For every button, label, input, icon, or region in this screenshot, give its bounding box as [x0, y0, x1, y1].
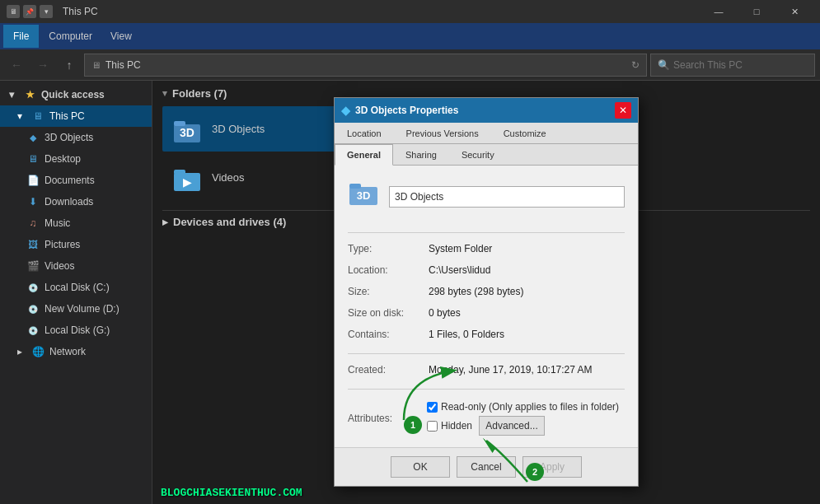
hidden-label: Hidden: [441, 420, 472, 432]
folder-videos-name: Videos: [212, 171, 245, 184]
title-bar-icons: 🖥 📌 ▾: [7, 5, 53, 18]
sidebar-pictures-label: Pictures: [45, 239, 80, 250]
tab-security[interactable]: Security: [449, 144, 507, 165]
sidebar-item-local-disk-c[interactable]: 💿 Local Disk (C:): [0, 277, 152, 298]
sidebar-quick-access-label: Quick access: [41, 89, 105, 100]
dialog-titlebar: ◆ 3D Objects Properties ✕: [335, 98, 638, 123]
tab-customize[interactable]: Customize: [491, 123, 559, 143]
title-bar: 🖥 📌 ▾ This PC — □ ✕: [0, 0, 820, 23]
window-title: This PC: [63, 6, 98, 17]
forward-button[interactable]: →: [31, 54, 54, 77]
address-bar[interactable]: 🖥 This PC ↻: [84, 54, 647, 77]
tab-general[interactable]: General: [335, 144, 393, 166]
dialog-folder-icon: 3D: [348, 177, 379, 216]
apply-button[interactable]: Apply: [522, 456, 582, 478]
chevron-network: ▸: [13, 345, 26, 358]
close-button[interactable]: ✕: [775, 0, 813, 23]
minimize-button[interactable]: —: [700, 0, 738, 23]
search-input[interactable]: [673, 59, 808, 71]
sidebar-item-network[interactable]: ▸ 🌐 Network: [0, 341, 152, 362]
ok-button[interactable]: OK: [391, 456, 450, 478]
sidebar-item-quick-access[interactable]: ▾ ★ Quick access: [0, 84, 152, 105]
folder-videos-icon: ▶: [171, 161, 204, 194]
prop-size-on-disk-row: Size on disk: 0 bytes: [348, 307, 625, 322]
contains-label: Contains:: [348, 329, 422, 340]
readonly-checkbox[interactable]: [427, 402, 438, 413]
address-bar-path: This PC: [105, 59, 141, 71]
size-label: Size:: [348, 286, 422, 297]
back-button[interactable]: ←: [5, 54, 28, 77]
folder-name-input[interactable]: [389, 186, 625, 208]
created-label: Created:: [348, 364, 422, 376]
window-controls: — □ ✕: [700, 0, 813, 23]
sidebar-item-documents[interactable]: 📄 Documents: [0, 170, 152, 191]
watermark-text: BLOGCHIASEKIENTHUC.COM: [161, 487, 302, 499]
folder-3d-objects-name: 3D Objects: [212, 123, 265, 135]
dialog-separator-1: [348, 232, 625, 233]
sidebar-item-new-volume-d[interactable]: 💿 New Volume (D:): [0, 298, 152, 320]
devices-chevron: ▸: [162, 216, 168, 228]
devices-section-title: Devices and drives (4): [173, 216, 286, 228]
readonly-label: Read-only (Only applies to files in fold…: [441, 401, 619, 413]
cancel-button[interactable]: Cancel: [457, 456, 516, 478]
star-icon: ★: [23, 88, 36, 101]
refresh-button[interactable]: ↻: [631, 59, 640, 71]
tab-location[interactable]: Location: [335, 123, 394, 143]
maximize-button[interactable]: □: [738, 0, 775, 23]
sidebar-documents-label: Documents: [45, 175, 95, 186]
svg-text:3D: 3D: [180, 126, 194, 139]
sidebar-item-pictures[interactable]: 🖼 Pictures: [0, 234, 152, 255]
sidebar-3d-objects-label: 3D Objects: [45, 132, 93, 143]
sidebar-item-desktop[interactable]: 🖥 Desktop: [0, 148, 152, 170]
sidebar-item-videos[interactable]: 🎬 Videos: [0, 255, 152, 277]
address-bar-icon: 🖥: [91, 60, 101, 70]
svg-rect-10: [349, 184, 361, 189]
sidebar-item-this-pc[interactable]: ▾ 🖥 This PC: [0, 105, 152, 127]
sidebar-network-label: Network: [49, 346, 86, 357]
prop-size-row: Size: 298 bytes (298 bytes): [348, 286, 625, 301]
tab-sharing[interactable]: Sharing: [393, 144, 449, 165]
svg-text:▶: ▶: [183, 175, 192, 189]
dialog-tabs-row2: General Sharing Security: [335, 144, 638, 166]
sidebar-item-downloads[interactable]: ⬇ Downloads: [0, 191, 152, 212]
sidebar-local-disk-g-label: Local Disk (G:): [45, 324, 110, 336]
search-icon: 🔍: [658, 59, 670, 71]
tab-previous-versions[interactable]: Previous Versions: [394, 123, 491, 143]
menu-file[interactable]: File: [3, 25, 39, 48]
quick-access-toolbar-arrow[interactable]: ▾: [40, 5, 53, 18]
search-box[interactable]: 🔍: [650, 54, 815, 77]
disk-d-icon: 💿: [26, 302, 40, 315]
svg-rect-7: [174, 170, 185, 175]
sidebar-videos-label: Videos: [45, 260, 74, 272]
sidebar-item-music[interactable]: ♫ Music: [0, 212, 152, 234]
properties-dialog[interactable]: ◆ 3D Objects Properties ✕ Location Previ…: [334, 97, 639, 487]
prop-location-row: Location: C:\Users\lidud: [348, 264, 625, 279]
menu-view[interactable]: View: [102, 25, 140, 48]
sidebar-music-label: Music: [45, 217, 70, 229]
documents-icon: 📄: [26, 174, 40, 187]
hidden-checkbox[interactable]: [427, 421, 438, 432]
up-button[interactable]: ↑: [58, 54, 81, 77]
attributes-row: Attributes: Read-only (Only applies to f…: [348, 401, 625, 436]
sidebar-item-local-disk-g[interactable]: 💿 Local Disk (G:): [0, 320, 152, 341]
toolbar: ← → ↑ 🖥 This PC ↻ 🔍: [0, 49, 820, 81]
sidebar-this-pc-label: This PC: [49, 110, 85, 122]
dialog-separator-2: [348, 353, 625, 354]
type-label: Type:: [348, 243, 422, 254]
dialog-body: 3D Type: System Folder Location: C:\User…: [335, 166, 638, 447]
readonly-checkbox-wrapper: Read-only (Only applies to files in fold…: [427, 401, 619, 413]
quick-access-toolbar-pin[interactable]: 📌: [23, 5, 36, 18]
menu-computer[interactable]: Computer: [40, 25, 101, 48]
sidebar-item-3d-objects[interactable]: ◆ 3D Objects: [0, 127, 152, 148]
dialog-title-text: 3D Objects Properties: [355, 105, 610, 116]
attributes-label: Attributes:: [348, 413, 422, 424]
sidebar-new-volume-d-label: New Volume (D:): [45, 303, 119, 315]
location-label: Location:: [348, 264, 422, 276]
advanced-button[interactable]: Advanced...: [479, 416, 545, 436]
sidebar-desktop-label: Desktop: [45, 153, 81, 165]
dialog-close-button[interactable]: ✕: [615, 102, 631, 119]
folder-3d-icon: 3D: [171, 113, 204, 146]
contains-value: 1 Files, 0 Folders: [429, 329, 504, 340]
chevron-this-pc: ▾: [13, 110, 26, 123]
network-icon: 🌐: [31, 345, 45, 358]
